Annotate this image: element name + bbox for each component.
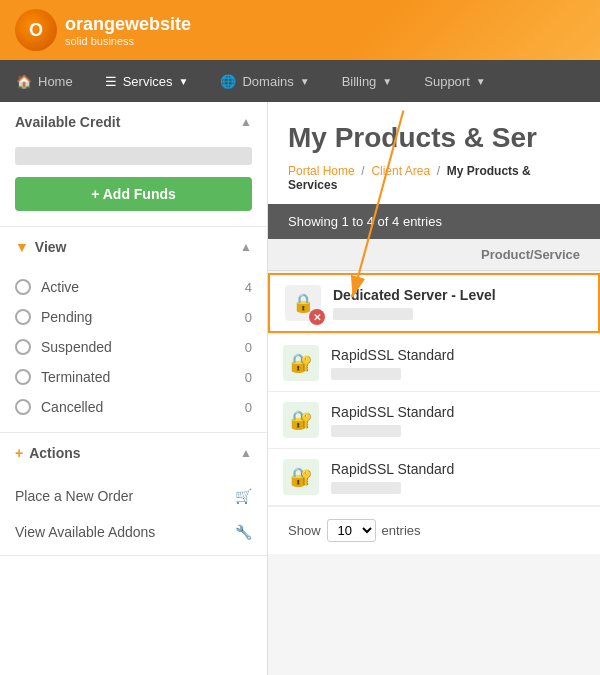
credit-header[interactable]: Available Credit ▲ xyxy=(0,102,267,142)
nav-support[interactable]: Support ▼ xyxy=(408,60,501,102)
filter-icon: ▼ xyxy=(15,239,29,255)
entries-text: Showing 1 to 4 of 4 entries xyxy=(288,214,442,229)
ssl-name-1: RapidSSL Standard xyxy=(331,347,585,363)
home-icon: 🏠 xyxy=(16,74,32,89)
filter-pending-label: Pending xyxy=(41,309,226,325)
x-badge: ✕ xyxy=(309,309,325,325)
breadcrumb-portal[interactable]: Portal Home xyxy=(288,164,355,178)
filter-pending[interactable]: Pending 0 xyxy=(15,302,252,332)
breadcrumb-client[interactable]: Client Area xyxy=(371,164,430,178)
product-row-ssl-2[interactable]: 🔐 RapidSSL Standard xyxy=(268,392,600,449)
cart-icon: 🛒 xyxy=(235,488,252,504)
domains-icon: 🌐 xyxy=(220,74,236,89)
credit-bar xyxy=(15,147,252,165)
actions-label: Actions xyxy=(29,445,80,461)
nav-domains[interactable]: 🌐 Domains ▼ xyxy=(204,60,325,102)
page-layout: Available Credit ▲ + Add Funds ▼ View ▲ … xyxy=(0,102,600,675)
addons-icon: 🔧 xyxy=(235,524,252,540)
filter-active-label: Active xyxy=(41,279,226,295)
product-row-dedicated[interactable]: 🔒 ✕ Dedicated Server - Level xyxy=(268,273,600,333)
logo: O orangewebsite solid business xyxy=(15,9,191,51)
credit-section: Available Credit ▲ + Add Funds xyxy=(0,102,267,227)
filter-pending-count: 0 xyxy=(236,310,252,325)
ssl-info-1: RapidSSL Standard xyxy=(331,347,585,380)
table-header: Product/Service xyxy=(268,239,600,271)
actions-header[interactable]: + Actions ▲ xyxy=(0,433,267,473)
logo-text: orangewebsite solid business xyxy=(65,14,191,47)
ssl-icon-3: 🔐 xyxy=(283,459,319,495)
nav-home[interactable]: 🏠 Home xyxy=(0,60,89,102)
nav-services[interactable]: ☰ Services ▼ xyxy=(89,60,205,102)
credit-chevron-icon: ▲ xyxy=(240,115,252,129)
header: O orangewebsite solid business xyxy=(0,0,600,60)
ssl-name-3: RapidSSL Standard xyxy=(331,461,585,477)
credit-content: + Add Funds xyxy=(0,142,267,226)
view-header[interactable]: ▼ View ▲ xyxy=(0,227,267,267)
view-addons-action[interactable]: View Available Addons 🔧 xyxy=(0,514,267,550)
nav-billing[interactable]: Billing ▼ xyxy=(326,60,409,102)
ssl-icon-1: 🔐 xyxy=(283,345,319,381)
billing-caret-icon: ▼ xyxy=(382,76,392,87)
dedicated-server-info: Dedicated Server - Level xyxy=(333,287,583,320)
view-chevron-icon: ▲ xyxy=(240,240,252,254)
filter-active[interactable]: Active 4 xyxy=(15,272,252,302)
radio-terminated xyxy=(15,369,31,385)
filter-suspended-label: Suspended xyxy=(41,339,226,355)
support-caret-icon: ▼ xyxy=(476,76,486,87)
product-row-ssl-1[interactable]: 🔐 RapidSSL Standard xyxy=(268,335,600,392)
product-service-column: Product/Service xyxy=(481,247,580,262)
breadcrumb: Portal Home / Client Area / My Products … xyxy=(268,159,600,204)
entries-count-select[interactable]: 10 25 50 xyxy=(327,519,376,542)
filter-cancelled[interactable]: Cancelled 0 xyxy=(15,392,252,422)
credit-label: Available Credit xyxy=(15,114,120,130)
actions-content: Place a New Order 🛒 View Available Addon… xyxy=(0,473,267,555)
add-funds-button[interactable]: + Add Funds xyxy=(15,177,252,211)
ssl-icon-2: 🔐 xyxy=(283,402,319,438)
page-title-area: My Products & Ser xyxy=(268,102,600,159)
filter-cancelled-count: 0 xyxy=(236,400,252,415)
ssl-sub-3 xyxy=(331,482,401,494)
ssl-info-3: RapidSSL Standard xyxy=(331,461,585,494)
filter-terminated-count: 0 xyxy=(236,370,252,385)
domains-caret-icon: ▼ xyxy=(300,76,310,87)
entries-suffix: entries xyxy=(382,523,421,538)
actions-chevron-icon: ▲ xyxy=(240,446,252,460)
radio-suspended xyxy=(15,339,31,355)
lock-icon-container: 🔒 ✕ xyxy=(285,285,321,321)
page-title: My Products & Ser xyxy=(288,122,580,154)
navigation: 🏠 Home ☰ Services ▼ 🌐 Domains ▼ Billing … xyxy=(0,60,600,102)
view-content: Active 4 Pending 0 Suspended 0 Terminate… xyxy=(0,267,267,432)
filter-terminated-label: Terminated xyxy=(41,369,226,385)
actions-section: + Actions ▲ Place a New Order 🛒 View Ava… xyxy=(0,433,267,556)
view-section: ▼ View ▲ Active 4 Pending 0 Sus xyxy=(0,227,267,433)
view-label: View xyxy=(35,239,67,255)
brand-name: orangewebsite xyxy=(65,14,191,35)
radio-cancelled xyxy=(15,399,31,415)
place-new-order-action[interactable]: Place a New Order 🛒 xyxy=(0,478,267,514)
ssl-sub-2 xyxy=(331,425,401,437)
filter-suspended[interactable]: Suspended 0 xyxy=(15,332,252,362)
plus-icon: + xyxy=(15,445,23,461)
entries-bar: Showing 1 to 4 of 4 entries xyxy=(268,204,600,239)
ssl-name-2: RapidSSL Standard xyxy=(331,404,585,420)
sidebar: Available Credit ▲ + Add Funds ▼ View ▲ … xyxy=(0,102,268,675)
view-addons-label: View Available Addons xyxy=(15,524,155,540)
services-caret-icon: ▼ xyxy=(179,76,189,87)
services-menu-icon: ☰ xyxy=(105,74,117,89)
radio-pending xyxy=(15,309,31,325)
main-wrapper: My Products & Ser Portal Home / Client A… xyxy=(268,102,600,675)
ssl-sub-1 xyxy=(331,368,401,380)
filter-terminated[interactable]: Terminated 0 xyxy=(15,362,252,392)
dedicated-server-sub xyxy=(333,308,413,320)
main-content: My Products & Ser Portal Home / Client A… xyxy=(268,102,600,554)
filter-cancelled-label: Cancelled xyxy=(41,399,226,415)
product-row-ssl-3[interactable]: 🔐 RapidSSL Standard xyxy=(268,449,600,506)
dedicated-server-name: Dedicated Server - Level xyxy=(333,287,583,303)
place-order-label: Place a New Order xyxy=(15,488,133,504)
logo-icon: O xyxy=(15,9,57,51)
filter-suspended-count: 0 xyxy=(236,340,252,355)
show-entries-bar: Show 10 25 50 entries xyxy=(268,506,600,554)
filter-active-count: 4 xyxy=(236,280,252,295)
brand-tagline: solid business xyxy=(65,35,191,47)
ssl-info-2: RapidSSL Standard xyxy=(331,404,585,437)
